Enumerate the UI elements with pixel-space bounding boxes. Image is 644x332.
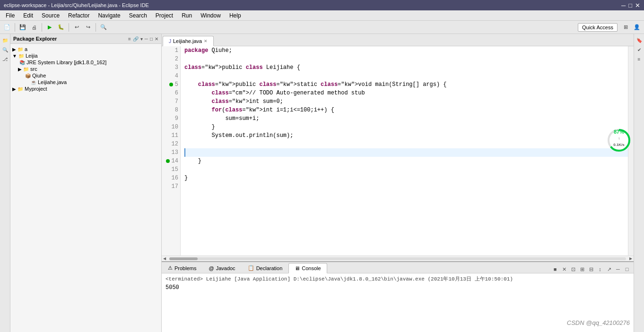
settings-button[interactable]: 👤: [632, 22, 642, 33]
code-line[interactable]: class="kw">int sum=0;: [184, 97, 628, 106]
code-line[interactable]: package Qiuhe;: [184, 46, 628, 55]
run-button[interactable]: ▶: [44, 22, 55, 33]
pe-maximize[interactable]: □: [150, 36, 153, 42]
undo-button[interactable]: ↩: [71, 22, 82, 33]
titlebar: eclipse-workspace - Leijia/src/Qiuhe/Lei…: [0, 0, 644, 10]
line-number: 8: [164, 106, 178, 114]
code-line[interactable]: [184, 165, 628, 174]
tree-item[interactable]: ▶ 📁 Myproject: [12, 85, 159, 92]
menu-run[interactable]: Run: [178, 11, 196, 20]
java-file-icon: J: [169, 39, 171, 44]
tree-item[interactable]: 📦 Qiuhe: [12, 72, 159, 79]
left-sidebar-icons: 📁 🔍 ⎇: [0, 34, 10, 332]
code-line[interactable]: class="kw">public class Leijiahe {: [184, 63, 628, 72]
code-line[interactable]: }: [184, 174, 628, 182]
code-line[interactable]: [184, 182, 628, 191]
git-icon[interactable]: ⎇: [1, 55, 9, 63]
bottom-panel-controls: ■✕⊡⊞⊟↕↗─□: [548, 265, 634, 273]
pe-collapse-all[interactable]: ≡: [128, 36, 131, 42]
bottom-ctrl-btn[interactable]: □: [623, 265, 631, 273]
pe-minimize[interactable]: ─: [145, 36, 148, 42]
redo-button[interactable]: ↪: [83, 22, 93, 33]
line-number: 12: [164, 140, 178, 148]
new-button[interactable]: 📄: [2, 22, 12, 33]
menu-source[interactable]: Source: [38, 11, 63, 20]
menu-edit[interactable]: Edit: [19, 11, 37, 20]
menu-navigate[interactable]: Navigate: [94, 11, 124, 20]
bottom-ctrl-btn[interactable]: ■: [551, 265, 559, 273]
menu-help[interactable]: Help: [226, 11, 245, 20]
close-button[interactable]: ✕: [635, 2, 640, 9]
scroll-left-arrow[interactable]: ◀: [162, 256, 167, 262]
code-line[interactable]: [184, 140, 628, 148]
menu-window[interactable]: Window: [197, 11, 225, 20]
editor-tab-leijiahe[interactable]: J Leijiahe.java ✕: [163, 36, 214, 46]
tab-close-button[interactable]: ✕: [204, 39, 208, 43]
tree-item[interactable]: 📚 JRE System Library [jdk1.8.0_162]: [12, 59, 159, 66]
bottom-ctrl-btn[interactable]: ─: [614, 265, 622, 273]
scroll-right-arrow[interactable]: ▶: [628, 256, 634, 262]
code-line[interactable]: class="cm">// TODO Auto-generated method…: [184, 89, 628, 97]
package-explorer-tree: ▶ 📁 a▼ 📁 Leijia📚 JRE System Library [jdk…: [10, 44, 161, 332]
right-sidebar-icons: 🔖 ✔ ≡: [634, 34, 644, 332]
bottom-ctrl-btn[interactable]: ✕: [560, 265, 568, 273]
line-number: 16: [164, 174, 178, 182]
bottom-ctrl-btn[interactable]: ⊞: [578, 265, 586, 273]
search-side-icon[interactable]: 🔍: [1, 45, 9, 54]
code-line[interactable]: }: [184, 123, 628, 131]
menu-search[interactable]: Search: [125, 11, 151, 20]
search-button[interactable]: 🔍: [98, 22, 109, 33]
toolbar-separator-4: [96, 23, 96, 32]
bottom-ctrl-btn[interactable]: ↗: [605, 265, 613, 273]
menu-file[interactable]: File: [2, 11, 18, 20]
pe-close[interactable]: ✕: [155, 36, 158, 42]
bottom-ctrl-btn[interactable]: ⊟: [587, 265, 595, 273]
minimize-button[interactable]: ─: [621, 2, 626, 9]
code-line[interactable]: [184, 148, 628, 157]
quick-access-input[interactable]: Quick Access: [578, 23, 618, 32]
code-line[interactable]: [184, 72, 628, 80]
console-header: <terminated> Leijiahe [Java Application]…: [165, 275, 630, 282]
tree-item[interactable]: ▶ 📁 src: [12, 66, 159, 72]
bottom-tab-problems[interactable]: ⚠ Problems: [162, 263, 202, 273]
code-line[interactable]: for(class="kw">int i=1;i<=100;i++) {: [184, 106, 628, 114]
window-controls[interactable]: ─ □ ✕: [621, 2, 640, 9]
bottom-tab-console[interactable]: 🖥 Console: [288, 263, 327, 273]
code-line[interactable]: sum=sum+i;: [184, 114, 628, 123]
bottom-panel: ⚠ Problems@ Javadoc📋 Declaration🖥 Consol…: [162, 261, 634, 332]
perspective-button[interactable]: ⊞: [620, 22, 631, 33]
maximize-button[interactable]: □: [628, 2, 632, 9]
code-line[interactable]: class="kw">public class="kw">static clas…: [184, 80, 628, 89]
bottom-tabbar: ⚠ Problems@ Javadoc📋 Declaration🖥 Consol…: [162, 262, 634, 273]
bottom-ctrl-btn[interactable]: ⊡: [569, 265, 577, 273]
menu-project[interactable]: Project: [152, 11, 177, 20]
code-editor[interactable]: package Qiuhe; class="kw">public class L…: [181, 46, 628, 255]
pe-link-editor[interactable]: 🔗: [133, 36, 139, 42]
pe-menu[interactable]: ▾: [140, 36, 143, 42]
line-number: 7: [164, 97, 178, 106]
print-button[interactable]: 🖨: [29, 22, 39, 33]
code-line[interactable]: System.out.println(sum);: [184, 131, 628, 140]
code-line[interactable]: [184, 55, 628, 63]
line-number: 1: [164, 46, 178, 55]
debug-button[interactable]: 🐛: [56, 22, 66, 33]
progress-percent: 87% ↑ 0.1K/s: [613, 129, 626, 148]
line-number: 11: [164, 131, 178, 140]
bottom-ctrl-btn[interactable]: ↕: [596, 265, 604, 273]
code-line[interactable]: }: [184, 157, 628, 165]
tree-item[interactable]: ▼ 📁 Leijia: [12, 52, 159, 59]
menubar: FileEditSourceRefactorNavigateSearchProj…: [0, 10, 644, 21]
bookmarks-icon[interactable]: 🔖: [635, 36, 644, 44]
outline-icon[interactable]: ≡: [635, 55, 644, 63]
menu-refactor[interactable]: Refactor: [64, 11, 93, 20]
bottom-tab-javadoc[interactable]: @ Javadoc: [202, 263, 241, 273]
tasks-icon[interactable]: ✔: [635, 45, 644, 54]
editor-horizontal-scrollbar[interactable]: ◀ ▶: [162, 255, 634, 261]
tree-item[interactable]: ☕ Leijiahe.java: [12, 79, 159, 85]
save-button[interactable]: 💾: [17, 22, 28, 33]
explorer-icon[interactable]: 📁: [1, 36, 9, 44]
tree-item[interactable]: ▶ 📁 a: [12, 46, 159, 52]
bottom-tab-declaration[interactable]: 📋 Declaration: [242, 263, 289, 273]
toolbar-separator-2: [42, 23, 42, 32]
line-number: 15: [164, 165, 178, 174]
